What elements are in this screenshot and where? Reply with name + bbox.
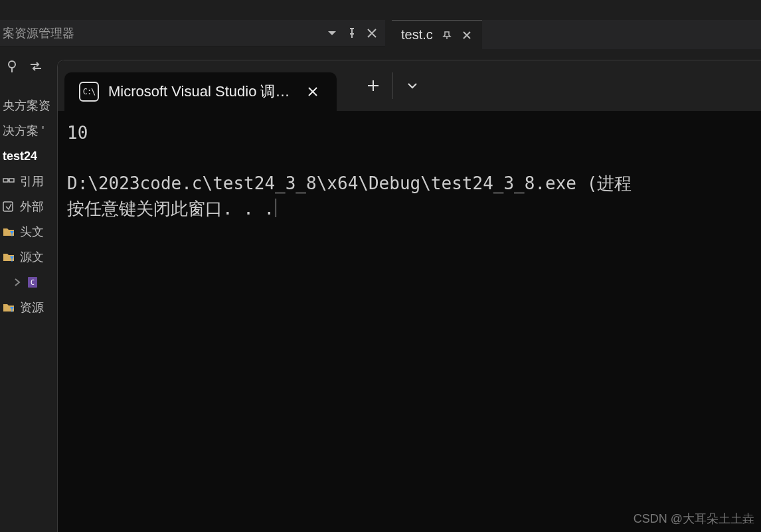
tree-text: 资源: [20, 300, 44, 315]
tree-external-row[interactable]: 外部: [0, 194, 60, 219]
output-line: 10: [67, 123, 88, 143]
svg-rect-3: [3, 202, 13, 211]
tree-text: 引用: [20, 173, 44, 189]
external-icon: [1, 199, 16, 214]
tree-c-file-row[interactable]: C: [0, 270, 60, 295]
close-icon[interactable]: [303, 82, 322, 101]
svg-text:C: C: [31, 279, 35, 286]
tab-dropdown-button[interactable]: [396, 69, 429, 102]
editor-tab-label: test.c: [401, 27, 433, 43]
watermark: CSDN @大耳朵土土垚: [634, 511, 754, 527]
tree-text: 源文: [20, 249, 44, 265]
chevron-right-icon: [13, 275, 21, 290]
tree-text: 决方案 ': [3, 123, 44, 139]
references-icon: [1, 174, 16, 189]
tree-solution-name-row[interactable]: 决方案 ': [0, 118, 60, 143]
tree-text: 外部: [20, 199, 44, 215]
tree-project-name: test24: [3, 149, 37, 163]
new-tab-button[interactable]: [357, 69, 390, 102]
output-line: 按任意键关闭此窗口. . .: [67, 199, 274, 219]
tree-text: 央方案资: [3, 98, 50, 114]
tree-sources-row[interactable]: 源文: [0, 244, 60, 270]
divider: [392, 72, 393, 99]
solution-tree: 央方案资 决方案 ' test24 引用 外部 头文 源文 C: [0, 93, 60, 320]
svg-rect-1: [3, 179, 8, 182]
explorer-toolbar: [0, 46, 60, 86]
tree-references-row[interactable]: 引用: [0, 169, 60, 194]
panel-header-actions: [325, 27, 385, 40]
pin-icon[interactable]: [441, 29, 453, 41]
panel-title: 案资源管理器: [3, 25, 325, 41]
solution-explorer-header: 案资源管理器: [0, 20, 385, 46]
tree-resources-row[interactable]: 资源: [0, 295, 60, 320]
home-icon[interactable]: [3, 57, 21, 76]
terminal-window: C:\ Microsoft Visual Studio 调试控 10 D:\20…: [57, 60, 761, 532]
editor-tab-testc[interactable]: test.c: [392, 20, 482, 49]
cmd-icon: C:\: [79, 82, 99, 102]
editor-tab-strip: test.c: [392, 20, 761, 49]
pin-icon[interactable]: [345, 27, 359, 40]
svg-point-0: [9, 61, 15, 68]
svg-rect-2: [9, 179, 14, 182]
tree-text: 头文: [20, 224, 44, 240]
terminal-tab-actions: [357, 69, 429, 102]
close-icon[interactable]: [365, 27, 379, 40]
terminal-tab-title: Microsoft Visual Studio 调试控: [108, 82, 294, 102]
folder-filter-icon: [1, 300, 16, 315]
folder-filter-icon: [1, 224, 16, 239]
terminal-output[interactable]: 10 D:\2023code.c\test24_3_8\x64\Debug\te…: [58, 111, 761, 532]
dropdown-icon[interactable]: [325, 27, 339, 40]
terminal-tab-bar: C:\ Microsoft Visual Studio 调试控: [58, 60, 761, 111]
tree-solution-row[interactable]: 央方案资: [0, 93, 60, 118]
output-line: D:\2023code.c\test24_3_8\x64\Debug\test2…: [67, 173, 632, 193]
switch-icon[interactable]: [27, 57, 45, 76]
tree-project-row[interactable]: test24: [0, 143, 60, 169]
c-file-icon: C: [25, 275, 40, 290]
cursor: [276, 199, 276, 217]
tree-headers-row[interactable]: 头文: [0, 219, 60, 244]
close-icon[interactable]: [461, 29, 473, 41]
folder-filter-icon: [1, 250, 16, 264]
terminal-tab[interactable]: C:\ Microsoft Visual Studio 调试控: [64, 72, 337, 111]
